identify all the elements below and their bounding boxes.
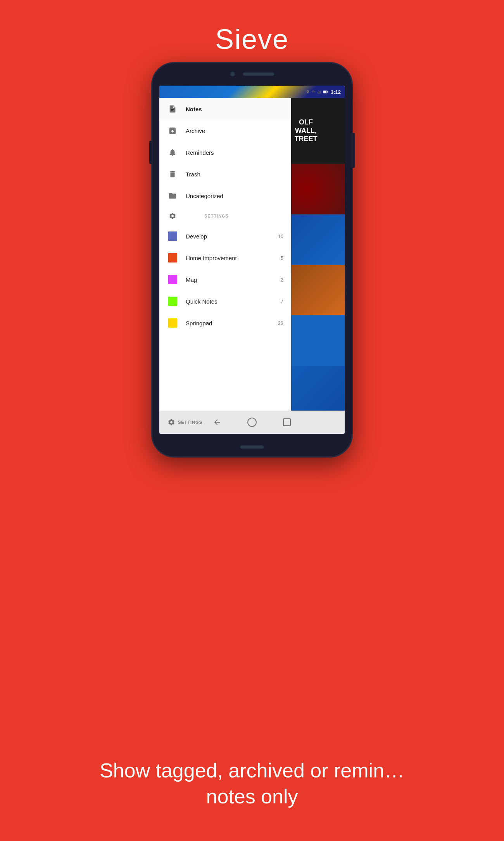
drawer-item-quick-notes[interactable]: Quick Notes 7 xyxy=(159,290,291,312)
archive-icon xyxy=(167,125,178,136)
drawer-item-home-improvement[interactable]: Home Improvement 5 xyxy=(159,247,291,269)
phone-top-area xyxy=(213,70,291,78)
phone-home-indicator xyxy=(240,446,264,449)
quick-notes-label: Quick Notes xyxy=(186,298,281,305)
drawer-item-trash[interactable]: Trash xyxy=(159,163,291,185)
notes-icon xyxy=(167,104,178,114)
settings-section-label: SETTINGS xyxy=(204,214,229,218)
drawer-item-uncategorized[interactable]: Uncategorized xyxy=(159,185,291,207)
home-improvement-label: Home Improvement xyxy=(186,255,281,261)
trash-icon xyxy=(167,169,178,180)
nav-bar: SETTINGS xyxy=(159,411,345,434)
status-bar: 3:12 xyxy=(159,86,345,98)
nav-back-button[interactable] xyxy=(209,414,225,430)
springpad-label: Springpad xyxy=(186,320,278,326)
settings-section-icon xyxy=(167,211,178,221)
trash-label: Trash xyxy=(186,171,283,178)
drawer-item-develop[interactable]: Develop 10 xyxy=(159,225,291,247)
status-icons: 3:12 xyxy=(306,89,341,95)
quick-notes-count: 7 xyxy=(281,299,283,304)
home-improvement-color-icon xyxy=(167,252,178,263)
nav-home-button[interactable] xyxy=(244,414,260,430)
app-title: Sieve xyxy=(0,0,504,55)
drawer-item-archive[interactable]: Archive xyxy=(159,120,291,142)
develop-count: 10 xyxy=(278,233,283,239)
svg-rect-1 xyxy=(319,92,319,93)
nav-settings-label: SETTINGS xyxy=(178,420,202,425)
drawer-item-mag[interactable]: Mag 2 xyxy=(159,269,291,290)
nav-drawer: Notes Archive xyxy=(159,98,291,411)
reminders-icon xyxy=(167,147,178,158)
mag-count: 2 xyxy=(281,277,283,283)
mag-label: Mag xyxy=(186,276,281,283)
drawer-item-springpad[interactable]: Springpad 23 xyxy=(159,312,291,334)
svg-rect-11 xyxy=(171,109,173,110)
nav-recents-button[interactable] xyxy=(279,414,295,430)
status-time: 3:12 xyxy=(331,89,341,95)
archive-label: Archive xyxy=(186,128,283,134)
reminders-label: Reminders xyxy=(186,149,283,156)
phone-device: 3:12 OLFWALL,TREET xyxy=(151,62,353,458)
uncategorized-label: Uncategorized xyxy=(186,193,283,199)
develop-color-icon xyxy=(167,231,178,242)
svg-rect-0 xyxy=(318,92,318,93)
speaker xyxy=(243,73,274,76)
develop-label: Develop xyxy=(186,233,278,240)
mag-color-icon xyxy=(167,274,178,285)
camera xyxy=(230,71,235,77)
drawer-item-reminders[interactable]: Reminders xyxy=(159,142,291,163)
nav-bar-settings[interactable]: SETTINGS xyxy=(167,418,202,427)
phone-screen: 3:12 OLFWALL,TREET xyxy=(159,86,345,434)
home-improvement-count: 5 xyxy=(281,255,283,261)
notes-label: Notes xyxy=(186,106,283,112)
settings-section-header: SETTINGS xyxy=(159,207,291,225)
folder-icon xyxy=(167,190,178,201)
phone-body: 3:12 OLFWALL,TREET xyxy=(151,62,353,458)
svg-rect-12 xyxy=(171,111,173,111)
drawer-item-notes[interactable]: Notes xyxy=(159,98,291,120)
svg-rect-5 xyxy=(323,91,326,93)
springpad-color-icon xyxy=(167,318,178,328)
springpad-count: 23 xyxy=(278,320,283,326)
quick-notes-color-icon xyxy=(167,296,178,307)
tagline: Show tagged, archived or remin…notes onl… xyxy=(0,758,504,810)
nav-settings-icon xyxy=(167,418,176,427)
svg-rect-2 xyxy=(320,91,321,94)
svg-rect-4 xyxy=(328,92,328,92)
